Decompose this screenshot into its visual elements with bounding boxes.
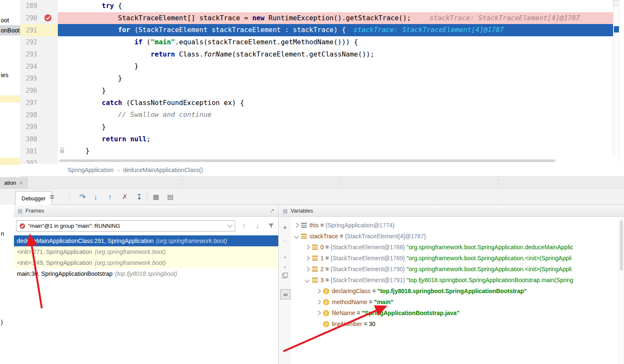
tab-debugger[interactable]: Debugger bbox=[15, 191, 52, 205]
variable-row[interactable]: fmethodName = "main" bbox=[291, 297, 619, 307]
breadcrumb-method[interactable]: deduceMainApplicationClass() bbox=[123, 167, 203, 173]
variable-row[interactable]: 1 = {StackTraceElement@1789} "org.spring… bbox=[291, 253, 619, 264]
next-frame-icon[interactable]: ↓ bbox=[252, 220, 263, 232]
menu-icon[interactable]: ≡ bbox=[50, 193, 54, 201]
gutter-line[interactable]: 301 bbox=[20, 145, 58, 157]
variables-scrollbar[interactable] bbox=[619, 217, 624, 364]
frame-row[interactable]: <init>:249, SpringApplication(org.spring… bbox=[14, 257, 278, 268]
line-number[interactable]: 294 bbox=[26, 63, 37, 70]
tree-chevron-down-icon[interactable] bbox=[304, 278, 311, 282]
code-line[interactable]: // Swallow and continue bbox=[58, 109, 613, 121]
project-tree-item[interactable]: onBoot bbox=[0, 25, 20, 35]
code-line[interactable]: } bbox=[58, 73, 613, 85]
line-number[interactable]: 295 bbox=[26, 75, 37, 82]
step-over-icon[interactable]: ↷ bbox=[79, 193, 86, 201]
duplicate-icon[interactable] bbox=[279, 272, 291, 280]
code-line[interactable]: try { bbox=[58, 0, 613, 12]
variable-row[interactable]: ffileName = "SpringApplicationBootstrap.… bbox=[291, 307, 619, 318]
thread-selector[interactable]: "main"@1 in group "main": RUNNING bbox=[16, 220, 235, 232]
code-line[interactable]: } bbox=[58, 85, 613, 97]
editor-vertical-scrollbar[interactable] bbox=[613, 0, 619, 157]
gutter-line[interactable]: 294 bbox=[20, 60, 58, 73]
frame-row[interactable]: <init>:271, SpringApplication(org.spring… bbox=[14, 246, 278, 257]
code-line[interactable]: StackTraceElement[] stackTrace = new Run… bbox=[58, 12, 613, 24]
add-watch-icon[interactable]: + bbox=[279, 224, 291, 232]
run-to-cursor-icon[interactable]: ↧ bbox=[136, 193, 142, 201]
variable-row[interactable]: 2 = {StackTraceElement@1790} "org.spring… bbox=[291, 264, 619, 275]
code-line[interactable]: } bbox=[58, 60, 613, 73]
run-config-tab[interactable]: ation × bbox=[0, 177, 27, 189]
step-out-icon[interactable]: ↑ bbox=[108, 193, 112, 201]
tree-chevron-right-icon[interactable] bbox=[304, 267, 311, 271]
project-tree-item[interactable]: ies bbox=[0, 70, 20, 80]
variables-icon: ▤ bbox=[283, 208, 288, 214]
variable-row[interactable]: 0 = {StackTraceElement@1788} "org.spring… bbox=[291, 242, 619, 253]
gutter-line[interactable]: 299 bbox=[20, 121, 58, 133]
line-number[interactable]: 289 bbox=[26, 2, 37, 10]
line-number[interactable]: 299 bbox=[26, 123, 37, 131]
tree-chevron-right-icon[interactable] bbox=[315, 289, 322, 293]
layout-settings-icon[interactable]: ▤ bbox=[167, 194, 174, 200]
gutter-line[interactable]: 300 bbox=[20, 133, 58, 146]
variable-row[interactable]: flineNumber = 30 bbox=[291, 318, 619, 329]
breadcrumb-class[interactable]: SpringApplication bbox=[68, 167, 114, 173]
line-number[interactable]: 291 bbox=[26, 27, 37, 34]
tree-chevron-right-icon[interactable] bbox=[304, 245, 311, 249]
code-line[interactable]: catch (ClassNotFoundException ex) { bbox=[58, 97, 613, 109]
tree-chevron-down-icon[interactable] bbox=[293, 235, 300, 238]
code-line[interactable]: return null; bbox=[58, 133, 613, 146]
gutter-line[interactable]: 297 bbox=[20, 97, 58, 109]
breadcrumb-separator-icon: › bbox=[117, 167, 119, 173]
mute-renderers-icon[interactable]: ∞ bbox=[280, 289, 290, 299]
line-number[interactable]: 297 bbox=[26, 99, 37, 107]
line-number[interactable]: 301 bbox=[26, 148, 37, 155]
gutter-line[interactable]: 289 bbox=[20, 0, 58, 12]
remove-watch-icon[interactable]: − bbox=[279, 237, 291, 245]
move-down-icon[interactable]: ▼ bbox=[279, 263, 291, 272]
variables-scrollbar-thumb[interactable] bbox=[620, 220, 623, 271]
editor-horizontal-scrollbar[interactable] bbox=[58, 157, 613, 164]
close-tab-icon[interactable]: × bbox=[19, 180, 23, 186]
popup-frames-icon[interactable]: ↗ bbox=[270, 208, 274, 214]
variable-row[interactable]: fdeclaringClass = "top.fjy8018.springboo… bbox=[291, 286, 619, 297]
drop-frame-icon[interactable]: ✗ bbox=[122, 194, 128, 200]
gutter-line[interactable]: 298 bbox=[20, 109, 58, 121]
project-tree-item[interactable]: oot bbox=[0, 15, 20, 25]
gutter-line[interactable]: 293 bbox=[20, 49, 58, 61]
code-line[interactable]: } bbox=[58, 121, 613, 133]
gutter-line[interactable]: 291 bbox=[20, 24, 58, 36]
frame-row[interactable]: deduceMainApplicationClass:291, SpringAp… bbox=[14, 235, 278, 246]
filter-frames-icon[interactable] bbox=[265, 220, 277, 232]
previous-frame-icon[interactable]: ↑ bbox=[238, 220, 250, 232]
gutter-line[interactable]: 296 bbox=[20, 85, 58, 97]
step-into-icon[interactable]: ↓ bbox=[94, 193, 98, 201]
frame-row[interactable]: main:30, SpringApplicationBootstrap(top.… bbox=[14, 268, 278, 279]
hscrollbar-thumb[interactable] bbox=[59, 159, 555, 162]
variable-row[interactable]: stackTrace = {StackTraceElement[4]@1787} bbox=[291, 231, 619, 242]
code-line[interactable]: if ("main".equals(stackTraceElement.getM… bbox=[58, 36, 613, 49]
code-line[interactable]: return Class.forName(stackTraceElement.g… bbox=[58, 49, 613, 61]
tree-chevron-right-icon[interactable] bbox=[293, 224, 300, 227]
gutter-line[interactable]: 292 bbox=[20, 36, 58, 49]
variable-row[interactable]: 3 = {StackTraceElement@1791} "top.fjy801… bbox=[291, 275, 619, 286]
scrollbar-thumb[interactable] bbox=[614, 26, 619, 32]
toolbar-separator bbox=[147, 192, 147, 201]
view-as-table-icon[interactable]: ▦ bbox=[153, 194, 159, 200]
code-editor[interactable]: try { StackTraceElement[] stackTrace = n… bbox=[58, 0, 613, 157]
gutter-line[interactable]: 290 bbox=[20, 12, 58, 24]
line-number[interactable]: 290 bbox=[26, 14, 37, 22]
variable-row[interactable]: this = {SpringApplication@1774} bbox=[291, 220, 619, 231]
line-number[interactable]: 292 bbox=[26, 38, 37, 46]
code-line[interactable]: for (StackTraceElement stackTraceElement… bbox=[58, 24, 613, 36]
tree-chevron-right-icon[interactable] bbox=[304, 256, 311, 260]
move-up-icon[interactable]: ▲ bbox=[279, 252, 291, 261]
breakpoint-icon[interactable] bbox=[44, 14, 52, 22]
line-number[interactable]: 300 bbox=[26, 135, 37, 143]
tree-chevron-right-icon[interactable] bbox=[315, 311, 322, 315]
line-number[interactable]: 298 bbox=[26, 111, 37, 119]
line-number[interactable]: 293 bbox=[26, 51, 37, 58]
line-number[interactable]: 296 bbox=[26, 87, 37, 94]
gutter-line[interactable]: 295 bbox=[20, 73, 58, 85]
code-line[interactable]: } bbox=[58, 145, 613, 157]
tree-chevron-right-icon[interactable] bbox=[315, 300, 322, 304]
